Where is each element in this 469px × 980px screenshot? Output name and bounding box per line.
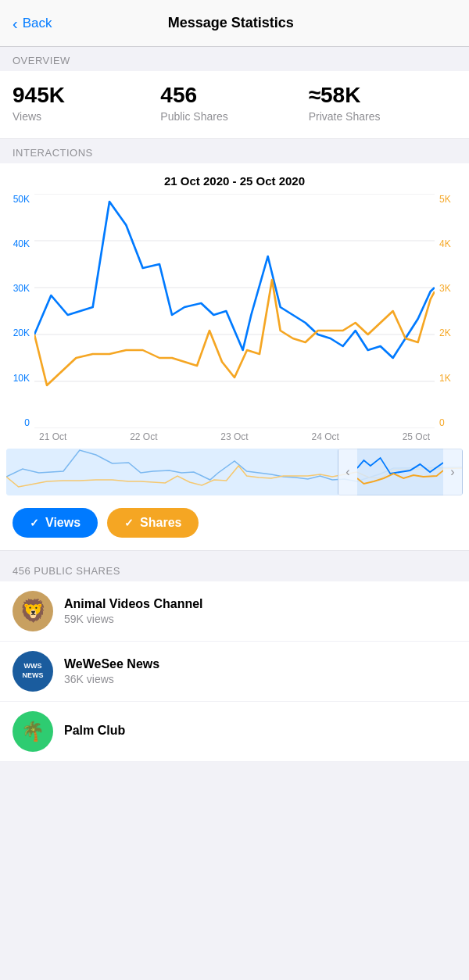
mini-chart-next-button[interactable]: › bbox=[443, 449, 462, 495]
mini-chart-selection: ‹ › bbox=[338, 449, 463, 495]
chart-container: 50K 40K 30K 20K 10K 0 bbox=[0, 194, 469, 442]
stat-views-label: Views bbox=[13, 110, 160, 123]
main-chart-svg bbox=[34, 194, 435, 428]
chart-date-range: 21 Oct 2020 - 25 Oct 2020 bbox=[0, 163, 469, 194]
channel-info: Animal Videos Channel 59K views bbox=[64, 597, 456, 625]
channel-list: 🦁 Animal Videos Channel 59K views WWSNEW… bbox=[0, 581, 469, 762]
avatar: 🌴 bbox=[13, 711, 53, 752]
views-check-icon: ✓ bbox=[30, 517, 39, 529]
toggle-shares-button[interactable]: ✓ Shares bbox=[107, 508, 199, 538]
chart-area: 50K 40K 30K 20K 10K 0 bbox=[6, 194, 463, 428]
mini-chart-detail-svg bbox=[357, 449, 443, 495]
toggle-row: ✓ Views ✓ Shares bbox=[0, 499, 469, 541]
toggle-shares-label: Shares bbox=[140, 516, 181, 530]
list-item[interactable]: 🌴 Palm Club bbox=[0, 702, 469, 762]
stat-public-shares: 456 Public Shares bbox=[160, 84, 308, 123]
overview-section-label: OVERVIEW bbox=[0, 47, 469, 71]
channel-name: WeWeSee News bbox=[64, 657, 456, 671]
channel-views: 36K views bbox=[64, 673, 456, 685]
back-button[interactable]: ‹ Back bbox=[13, 16, 52, 31]
stat-views-value: 945K bbox=[13, 84, 160, 108]
avatar: 🦁 bbox=[13, 591, 53, 631]
channel-views: 59K views bbox=[64, 613, 456, 625]
toggle-views-button[interactable]: ✓ Views bbox=[13, 508, 98, 538]
stat-public-shares-value: 456 bbox=[160, 84, 308, 108]
channel-info: WeWeSee News 36K views bbox=[64, 657, 456, 685]
x-label-21oct: 21 Oct bbox=[39, 431, 66, 442]
x-label-22oct: 22 Oct bbox=[130, 431, 157, 442]
public-shares-section: 456 PUBLIC SHARES 🦁 Animal Videos Channe… bbox=[0, 557, 469, 762]
interactions-section-label: INTERACTIONS bbox=[0, 139, 469, 163]
x-label-25oct: 25 Oct bbox=[403, 431, 430, 442]
channel-name: Animal Videos Channel bbox=[64, 597, 456, 611]
channel-name: Palm Club bbox=[64, 724, 456, 738]
app-header: ‹ Back Message Statistics bbox=[0, 0, 469, 47]
toggle-views-label: Views bbox=[45, 516, 81, 530]
back-chevron-icon: ‹ bbox=[13, 16, 18, 31]
mini-chart-wrapper: ‹ › bbox=[6, 449, 463, 495]
list-item[interactable]: 🦁 Animal Videos Channel 59K views bbox=[0, 581, 469, 642]
shares-section-label: 456 PUBLIC SHARES bbox=[0, 557, 469, 581]
stat-private-shares-label: Private Shares bbox=[309, 110, 456, 123]
list-item[interactable]: WWSNEWS WeWeSee News 36K views bbox=[0, 642, 469, 702]
x-label-23oct: 23 Oct bbox=[220, 431, 248, 442]
stat-views: 945K Views bbox=[13, 84, 160, 123]
overview-card: 945K Views 456 Public Shares ≈58K Privat… bbox=[0, 71, 469, 139]
stat-private-shares-value: ≈58K bbox=[309, 84, 456, 108]
shares-check-icon: ✓ bbox=[124, 517, 134, 529]
avatar: WWSNEWS bbox=[13, 651, 53, 692]
stat-private-shares: ≈58K Private Shares bbox=[309, 84, 456, 123]
page-title: Message Statistics bbox=[52, 15, 410, 31]
x-label-24oct: 24 Oct bbox=[311, 431, 338, 442]
back-label: Back bbox=[23, 16, 52, 31]
stat-public-shares-label: Public Shares bbox=[160, 110, 308, 123]
y-axis-left: 50K 40K 30K 20K 10K 0 bbox=[6, 194, 34, 428]
chart-svg-wrapper bbox=[34, 194, 435, 428]
x-axis: 21 Oct 22 Oct 23 Oct 24 Oct 25 Oct bbox=[6, 428, 463, 442]
mini-chart-prev-button[interactable]: ‹ bbox=[338, 449, 357, 495]
y-axis-right: 5K 4K 3K 2K 1K 0 bbox=[435, 194, 463, 428]
channel-info: Palm Club bbox=[64, 724, 456, 739]
interactions-card: 21 Oct 2020 - 25 Oct 2020 50K 40K 30K 20… bbox=[0, 163, 469, 551]
